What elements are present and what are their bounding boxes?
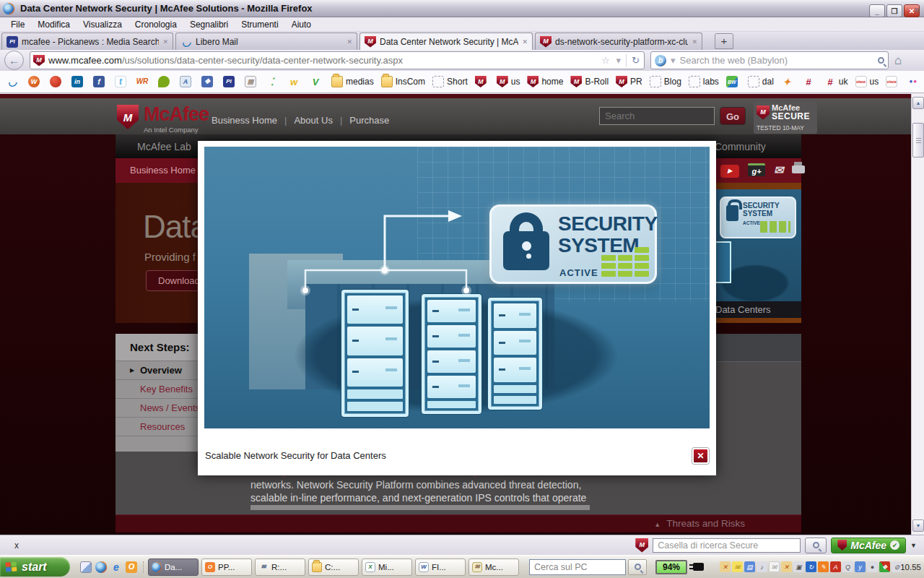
url-dropdown-icon[interactable]: ▾: [615, 55, 623, 66]
bookmark-item[interactable]: medias: [329, 74, 376, 89]
web-search-bar[interactable]: b ▾ Search the web (Babylon): [650, 51, 889, 69]
task-button[interactable]: O PP...: [201, 558, 252, 576]
mcafee-secure-badge[interactable]: M McAfee SECURE TESTED 10-MAY: [754, 102, 817, 134]
social-icon[interactable]: [792, 163, 805, 176]
engine-dropdown-icon[interactable]: ▾: [669, 55, 677, 66]
tray-icon[interactable]: y: [855, 561, 866, 572]
tray-icon[interactable]: ↻: [806, 561, 816, 572]
mcafee-logo[interactable]: M McAfee An Intel Company: [117, 105, 209, 134]
bookmark-item[interactable]: ◡: [4, 74, 23, 89]
bookmark-item[interactable]: ●: [905, 74, 924, 89]
tray-icon[interactable]: ●: [867, 561, 878, 572]
bookmark-item[interactable]: w: [286, 74, 305, 89]
bookmark-item[interactable]: M PR: [614, 74, 645, 89]
bookmark-item[interactable]: [48, 74, 66, 89]
task-button[interactable]: C:...: [308, 558, 359, 576]
tray-icon[interactable]: ✉: [732, 561, 743, 572]
tray-icon[interactable]: ▤: [744, 561, 755, 572]
babylon-engine-icon[interactable]: b: [655, 55, 666, 66]
menu-item[interactable]: Modifica: [31, 18, 77, 31]
quick-launch-icon[interactable]: [95, 561, 107, 573]
browser-tab[interactable]: PI mcafee - Pickanews : Media Search Eng…: [1, 33, 173, 50]
menu-item[interactable]: Visualizza: [77, 18, 128, 31]
bookmark-item[interactable]: PI: [221, 74, 240, 89]
tray-icon[interactable]: Q: [842, 561, 853, 572]
bookmark-item[interactable]: dal: [746, 74, 776, 89]
tab-close-icon[interactable]: ✕: [522, 38, 528, 46]
header-nav-link[interactable]: |: [284, 115, 287, 126]
bookmark-star-icon[interactable]: ☆: [600, 55, 611, 66]
threats-and-risks-bar[interactable]: ▲Threats and Risks: [116, 514, 801, 532]
bookmark-item[interactable]: W: [26, 74, 45, 89]
header-nav-link[interactable]: |: [340, 115, 342, 126]
bookmark-item[interactable]: cisco: [884, 74, 902, 89]
social-icon[interactable]: g+: [748, 163, 765, 177]
hero-video-thumbnail[interactable]: SECURITY SYSTEM ACTIVE Data Centers: [710, 189, 801, 318]
siteadvisor-dropdown-icon[interactable]: ▼: [910, 542, 917, 549]
tray-icon[interactable]: ✎: [818, 561, 829, 572]
scrollbar-thumb[interactable]: [912, 123, 924, 158]
desktop-search-button[interactable]: [628, 559, 647, 575]
new-tab-button[interactable]: +: [715, 33, 733, 49]
siteadvisor-button[interactable]: McAfee ✔: [831, 538, 906, 553]
menu-item[interactable]: Strumenti: [235, 18, 284, 31]
bookmark-item[interactable]: f: [91, 74, 110, 89]
bookmark-item[interactable]: t: [113, 74, 131, 89]
start-button[interactable]: start: [0, 557, 70, 577]
menu-item[interactable]: Segnalibri: [183, 18, 235, 31]
back-button[interactable]: ←: [4, 51, 24, 70]
menu-item[interactable]: File: [4, 18, 31, 31]
home-button[interactable]: ⌂: [894, 53, 902, 68]
quick-launch-icon[interactable]: O: [126, 561, 137, 573]
bookmark-item[interactable]: ❖: [199, 74, 218, 89]
scroll-down-icon[interactable]: ▼: [912, 519, 924, 532]
task-button[interactable]: W FI...: [415, 558, 466, 576]
url-bar[interactable]: M www.mcafee.com/us/solutions/data-cente…: [30, 51, 645, 69]
search-magnifier-icon[interactable]: [878, 57, 884, 64]
site-search-input[interactable]: [599, 107, 715, 125]
bookmark-item[interactable]: M: [473, 74, 492, 89]
tray-icon[interactable]: ♪: [757, 561, 767, 572]
scroll-up-icon[interactable]: ▲: [912, 97, 924, 109]
bookmark-item[interactable]: labs: [687, 74, 721, 89]
bookmark-item[interactable]: #: [801, 74, 819, 89]
bookmark-item[interactable]: M B-Roll: [568, 74, 611, 89]
bookmark-item[interactable]: Short: [430, 74, 470, 89]
minimize-button[interactable]: _: [869, 4, 885, 17]
secure-search-button[interactable]: [805, 538, 827, 553]
bookmark-item[interactable]: V: [308, 74, 326, 89]
bookmark-item[interactable]: BW: [724, 74, 743, 89]
bookmark-item[interactable]: in: [69, 74, 88, 89]
bookmark-item[interactable]: WR: [134, 74, 153, 89]
quick-launch-icon[interactable]: e: [110, 561, 122, 573]
bookmark-item[interactable]: A: [178, 74, 196, 89]
bookmark-item[interactable]: # uk: [822, 74, 850, 89]
menu-item[interactable]: Aiuto: [285, 18, 318, 31]
tray-icon[interactable]: ✉: [769, 561, 780, 572]
social-icon[interactable]: ▶: [720, 163, 739, 178]
header-nav-link[interactable]: Business Home: [212, 115, 277, 126]
task-button[interactable]: X Mi...: [362, 558, 412, 576]
findbar-close-icon[interactable]: x: [14, 540, 19, 551]
nav-community[interactable]: Community: [715, 141, 766, 152]
bookmark-item[interactable]: ▤: [243, 74, 261, 89]
nav-mcafee-labs[interactable]: McAfee Lab: [137, 141, 191, 152]
tab-close-icon[interactable]: ✕: [346, 38, 352, 46]
tray-icon[interactable]: ✕: [720, 561, 731, 572]
secure-search-input[interactable]: [653, 538, 801, 553]
browser-tab[interactable]: M ds-network-security-platform-xc-cluste…: [535, 33, 702, 50]
task-button[interactable]: Da...: [148, 558, 199, 576]
bookmark-item[interactable]: Blog: [648, 74, 684, 89]
site-search-go-button[interactable]: Go: [720, 107, 746, 125]
task-button[interactable]: ✉ R:...: [255, 558, 305, 576]
tray-icon[interactable]: A: [830, 561, 841, 572]
bookmark-item[interactable]: cisco us: [853, 74, 881, 89]
header-nav-link[interactable]: About Us: [294, 115, 332, 126]
bookmark-item[interactable]: ✦: [779, 74, 798, 89]
bookmark-item[interactable]: M home: [525, 74, 565, 89]
quick-launch-icon[interactable]: [80, 561, 92, 573]
browser-tab[interactable]: ◡ Libero Mail ✕: [175, 33, 357, 50]
bookmark-item[interactable]: InsCom: [379, 74, 427, 89]
tray-icon[interactable]: ✕: [781, 561, 792, 572]
desktop-search-input[interactable]: [529, 559, 626, 575]
